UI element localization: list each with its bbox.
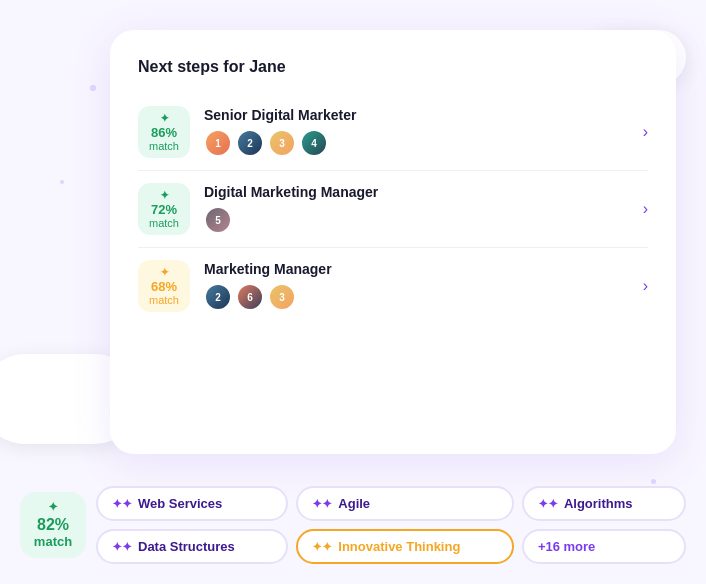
skill-label-1: Web Services bbox=[138, 496, 222, 511]
skill-icon-2: ✦✦ bbox=[312, 497, 332, 511]
job-title-3: Marketing Manager bbox=[204, 261, 635, 277]
match-label-2: match bbox=[149, 217, 179, 229]
match-percent-3: 68% bbox=[151, 280, 177, 294]
sparkle-icon-1: ✦ bbox=[160, 112, 169, 124]
skills-section: ✦ 82% match ✦✦ Web Services ✦✦ Agile ✦✦ … bbox=[20, 486, 686, 564]
chevron-right-icon-3[interactable]: › bbox=[643, 277, 648, 295]
job-row-3[interactable]: ✦ 68% match Marketing Manager 263 › bbox=[138, 248, 648, 324]
job-info-3: Marketing Manager 263 bbox=[204, 261, 635, 311]
decorative-dot-5 bbox=[651, 479, 656, 484]
skill-label-2: Agile bbox=[338, 496, 370, 511]
sparkle-icon-2: ✦ bbox=[160, 189, 169, 201]
job-row-1[interactable]: ✦ 86% match Senior Digital Marketer 1234… bbox=[138, 94, 648, 171]
chevron-right-icon-2[interactable]: › bbox=[643, 200, 648, 218]
skills-grid: ✦✦ Web Services ✦✦ Agile ✦✦ Algorithms ✦… bbox=[96, 486, 686, 564]
skill-icon-5: ✦✦ bbox=[312, 540, 332, 554]
match-badge-3: ✦ 68% match bbox=[138, 260, 190, 312]
skill-tag-2[interactable]: ✦✦ Agile bbox=[296, 486, 514, 521]
match-label-1: match bbox=[149, 140, 179, 152]
skill-icon-3: ✦✦ bbox=[538, 497, 558, 511]
decorative-dot-1 bbox=[90, 85, 96, 91]
skill-label-5: Innovative Thinking bbox=[338, 539, 460, 554]
avatars-3: 263 bbox=[204, 283, 635, 311]
bottom-match-sparkle-icon: ✦ bbox=[48, 500, 58, 514]
card-title: Next steps for Jane bbox=[138, 58, 648, 76]
skill-tag-1[interactable]: ✦✦ Web Services bbox=[96, 486, 288, 521]
sparkle-icon-3: ✦ bbox=[160, 266, 169, 278]
avatar-1-4: 4 bbox=[300, 129, 328, 157]
avatar-1-1: 1 bbox=[204, 129, 232, 157]
avatar-3-3: 3 bbox=[268, 283, 296, 311]
chevron-right-icon-1[interactable]: › bbox=[643, 123, 648, 141]
skill-tag-3[interactable]: ✦✦ Algorithms bbox=[522, 486, 686, 521]
skill-label-4: Data Structures bbox=[138, 539, 235, 554]
match-label-3: match bbox=[149, 294, 179, 306]
skill-label-3: Algorithms bbox=[564, 496, 633, 511]
skill-icon-4: ✦✦ bbox=[112, 540, 132, 554]
job-title-1: Senior Digital Marketer bbox=[204, 107, 635, 123]
avatar-3-1: 2 bbox=[204, 283, 232, 311]
match-badge-1: ✦ 86% match bbox=[138, 106, 190, 158]
avatar-1-2: 2 bbox=[236, 129, 264, 157]
avatars-1: 1234 bbox=[204, 129, 635, 157]
skill-icon-1: ✦✦ bbox=[112, 497, 132, 511]
skill-tag-4[interactable]: ✦✦ Data Structures bbox=[96, 529, 288, 564]
main-card: Next steps for Jane ✦ 86% match Senior D… bbox=[110, 30, 676, 454]
job-title-2: Digital Marketing Manager bbox=[204, 184, 635, 200]
decorative-dot-2 bbox=[60, 180, 64, 184]
match-percent-1: 86% bbox=[151, 126, 177, 140]
avatars-2: 5 bbox=[204, 206, 635, 234]
skill-label-6: +16 more bbox=[538, 539, 595, 554]
job-info-2: Digital Marketing Manager 5 bbox=[204, 184, 635, 234]
job-info-1: Senior Digital Marketer 1234 bbox=[204, 107, 635, 157]
jobs-list: ✦ 86% match Senior Digital Marketer 1234… bbox=[138, 94, 648, 324]
bottom-match-badge: ✦ 82% match bbox=[20, 492, 86, 558]
avatar-1-3: 3 bbox=[268, 129, 296, 157]
bottom-match-label: match bbox=[34, 534, 72, 550]
skill-tag-6[interactable]: +16 more bbox=[522, 529, 686, 564]
match-badge-2: ✦ 72% match bbox=[138, 183, 190, 235]
avatar-2-1: 5 bbox=[204, 206, 232, 234]
job-row-2[interactable]: ✦ 72% match Digital Marketing Manager 5 … bbox=[138, 171, 648, 248]
match-percent-2: 72% bbox=[151, 203, 177, 217]
bottom-match-percent: 82% bbox=[37, 515, 69, 534]
skill-tag-5[interactable]: ✦✦ Innovative Thinking bbox=[296, 529, 514, 564]
avatar-3-2: 6 bbox=[236, 283, 264, 311]
